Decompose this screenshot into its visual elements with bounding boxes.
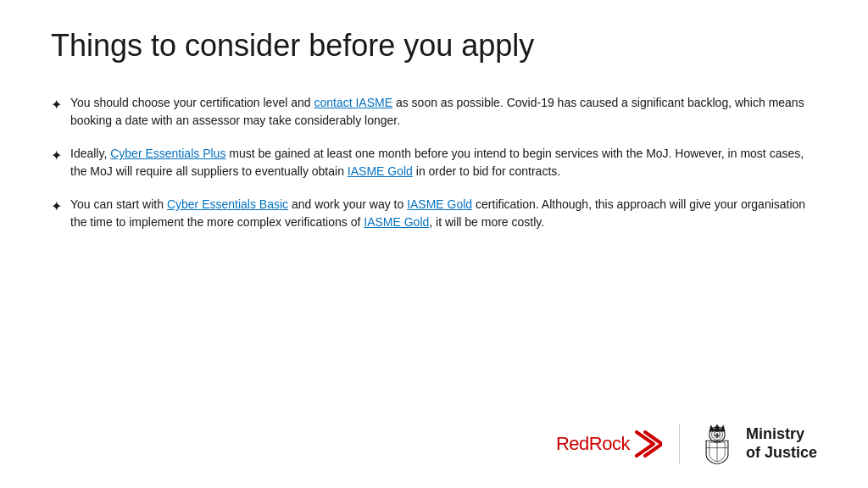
- redrock-chevron-icon: [630, 429, 662, 459]
- bullet-list: ✦ You should choose your certification l…: [51, 94, 817, 231]
- contact-iasme-link[interactable]: contact IASME: [314, 96, 392, 109]
- bullet-text-1: You should choose your certification lev…: [70, 94, 817, 130]
- svg-rect-7: [716, 433, 717, 438]
- page-title: Things to consider before you apply: [51, 27, 817, 64]
- iasme-gold-link-1[interactable]: IASME Gold: [348, 164, 413, 178]
- page-container: Things to consider before you apply ✦ Yo…: [0, 0, 868, 488]
- list-item: ✦ Ideally, Cyber Essentials Plus must be…: [51, 145, 817, 180]
- iasme-gold-link-2[interactable]: IASME Gold: [407, 197, 472, 211]
- bullet-diamond-icon: ✦: [51, 95, 62, 115]
- cyber-essentials-basic-link[interactable]: Cyber Essentials Basic: [167, 197, 288, 211]
- redrock-logo: RedRock: [556, 429, 662, 459]
- bullet-diamond-icon: ✦: [51, 146, 62, 166]
- moj-logo: Ministryof Justice: [679, 424, 817, 464]
- iasme-gold-link-3[interactable]: IASME Gold: [364, 215, 429, 229]
- list-item: ✦ You can start with Cyber Essentials Ba…: [51, 196, 817, 231]
- moj-text: Ministryof Justice: [746, 425, 817, 462]
- svg-marker-3: [709, 424, 725, 431]
- bullet-text-3: You can start with Cyber Essentials Basi…: [70, 196, 817, 231]
- moj-crest-icon: [697, 424, 737, 464]
- bullet-text-2: Ideally, Cyber Essentials Plus must be g…: [70, 145, 817, 180]
- logos-container: RedRock: [556, 424, 817, 464]
- bullet-diamond-icon: ✦: [51, 197, 62, 217]
- cyber-essentials-plus-link[interactable]: Cyber Essentials Plus: [110, 147, 225, 160]
- redrock-text: RedRock: [556, 433, 630, 455]
- list-item: ✦ You should choose your certification l…: [51, 94, 817, 130]
